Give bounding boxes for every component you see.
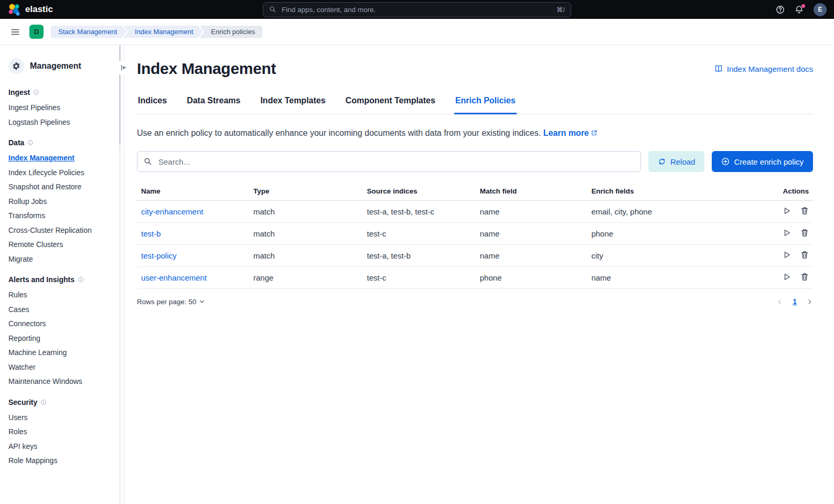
chevron-left-icon xyxy=(776,298,783,305)
plus-in-circle-icon xyxy=(721,157,730,166)
chevron-right-icon xyxy=(806,298,813,305)
play-icon xyxy=(783,251,791,259)
table-footer: Rows per page: 50 1 xyxy=(137,297,813,306)
notifications-button[interactable] xyxy=(795,5,804,14)
policy-type: match xyxy=(249,201,363,223)
sidebar-item-connectors[interactable]: Connectors xyxy=(0,317,124,331)
refresh-icon xyxy=(658,157,666,166)
policy-source-indices: test-a, test-b xyxy=(363,245,476,267)
column-header-type: Type xyxy=(249,186,363,201)
global-search-input[interactable] xyxy=(281,5,552,14)
sidebar-title: Management xyxy=(30,61,81,71)
trash-icon xyxy=(800,273,809,281)
elastic-home-link[interactable]: elastic xyxy=(7,3,53,16)
breadcrumb-bar: D Stack Management Index Management Enri… xyxy=(0,19,834,45)
search-shortcut-hint: ⌘/ xyxy=(557,6,565,14)
sidebar-item-users[interactable]: Users xyxy=(0,411,124,425)
sidebar-item-rollup-jobs[interactable]: Rollup Jobs xyxy=(0,195,124,209)
space-avatar[interactable]: D xyxy=(29,25,44,39)
create-enrich-policy-button[interactable]: Create enrich policy xyxy=(712,151,813,172)
policy-match-field: name xyxy=(476,201,587,223)
user-avatar[interactable]: E xyxy=(814,3,827,16)
policy-name-link[interactable]: city-enhancement xyxy=(141,207,203,216)
learn-more-link[interactable]: Learn more xyxy=(543,128,589,137)
sidebar-item-transforms[interactable]: Transforms xyxy=(0,209,124,223)
column-header-enrich-fields: Enrich fields xyxy=(587,186,767,201)
tab-indices[interactable]: Indices xyxy=(137,95,168,114)
sidebar-item-remote-clusters[interactable]: Remote Clusters xyxy=(0,238,124,252)
menu-button[interactable] xyxy=(8,25,22,39)
info-icon xyxy=(40,399,47,405)
sidebar-item-index-management[interactable]: Index Management xyxy=(0,151,124,166)
info-icon xyxy=(78,276,84,283)
policy-source-indices: test-c xyxy=(363,223,476,245)
page-number-1[interactable]: 1 xyxy=(793,297,797,306)
sidebar-item-logstash-pipelines[interactable]: Logstash Pipelines xyxy=(0,115,124,130)
breadcrumb-enrich-policies: Enrich policies xyxy=(199,26,262,38)
play-icon xyxy=(783,207,791,215)
sidebar-item-api-keys[interactable]: API keys xyxy=(0,439,124,454)
delete-policy-button[interactable] xyxy=(800,229,809,239)
execute-policy-button[interactable] xyxy=(783,207,791,217)
index-management-docs-link[interactable]: Index Management docs xyxy=(714,65,813,73)
policy-type: match xyxy=(249,223,363,245)
policy-search-input[interactable] xyxy=(137,151,641,172)
sidebar-item-cases[interactable]: Cases xyxy=(0,303,124,317)
management-sidebar: Management Ingest Ingest Pipelines Logst… xyxy=(0,45,124,504)
sidebar-item-rules[interactable]: Rules xyxy=(0,288,124,303)
policy-name-link[interactable]: test-policy xyxy=(141,251,177,260)
sidebar-item-reporting[interactable]: Reporting xyxy=(0,331,124,346)
delete-policy-button[interactable] xyxy=(800,251,809,261)
reload-button[interactable]: Reload xyxy=(648,151,705,172)
delete-policy-button[interactable] xyxy=(800,207,809,217)
policy-name-link[interactable]: user-enhancement xyxy=(141,273,207,282)
help-icon xyxy=(776,5,785,14)
sidebar-section-ingest: Ingest Ingest Pipelines Logstash Pipelin… xyxy=(0,88,124,130)
table-row: city-enhancement match test-a, test-b, t… xyxy=(137,201,813,223)
sidebar-item-ingest-pipelines[interactable]: Ingest Pipelines xyxy=(0,101,124,115)
policy-match-field: name xyxy=(476,245,587,267)
info-icon xyxy=(33,89,39,95)
breadcrumb-index-management[interactable]: Index Management xyxy=(123,26,202,38)
policy-match-field: name xyxy=(476,223,587,245)
sidebar-item-migrate[interactable]: Migrate xyxy=(0,252,124,267)
trash-icon xyxy=(800,229,809,237)
policy-enrich-fields: phone xyxy=(587,223,767,245)
sidebar-item-watcher[interactable]: Watcher xyxy=(0,360,124,375)
search-icon xyxy=(269,6,276,13)
sidebar-header: Management xyxy=(0,45,124,79)
sidebar-item-index-lifecycle-policies[interactable]: Index Lifecycle Policies xyxy=(0,166,124,180)
sidebar-scrollbar[interactable] xyxy=(119,45,121,504)
rows-per-page-button[interactable]: Rows per page: 50 xyxy=(137,298,205,306)
sidebar-item-cross-cluster-replication[interactable]: Cross-Cluster Replication xyxy=(0,223,124,238)
sidebar-heading-ingest: Ingest xyxy=(8,88,30,96)
breadcrumb-stack-management[interactable]: Stack Management xyxy=(51,26,126,38)
sidebar-item-roles[interactable]: Roles xyxy=(0,425,124,439)
delete-policy-button[interactable] xyxy=(800,273,809,283)
tab-data-streams[interactable]: Data Streams xyxy=(186,95,241,114)
trash-icon xyxy=(800,207,809,215)
global-search-bar[interactable]: ⌘/ xyxy=(263,2,571,17)
collapse-sidebar-button[interactable] xyxy=(117,61,131,74)
sidebar-item-role-mappings[interactable]: Role Mappings xyxy=(0,454,124,468)
docs-icon xyxy=(714,65,723,73)
tab-index-templates[interactable]: Index Templates xyxy=(259,95,326,114)
execute-policy-button[interactable] xyxy=(783,229,791,239)
execute-policy-button[interactable] xyxy=(783,251,791,261)
table-controls: Reload Create enrich policy xyxy=(137,151,813,172)
sidebar-item-machine-learning[interactable]: Machine Learning xyxy=(0,346,124,360)
policy-type: match xyxy=(249,245,363,267)
next-page-button[interactable] xyxy=(806,298,813,305)
previous-page-button[interactable] xyxy=(776,298,783,305)
execute-policy-button[interactable] xyxy=(783,273,791,283)
column-header-match-field: Match field xyxy=(476,186,587,201)
tab-component-templates[interactable]: Component Templates xyxy=(345,95,436,114)
sidebar-item-maintenance-windows[interactable]: Maintenance Windows xyxy=(0,374,124,389)
sidebar-item-snapshot-and-restore[interactable]: Snapshot and Restore xyxy=(0,180,124,195)
help-button[interactable] xyxy=(776,5,785,14)
enrich-policies-table: Name Type Source indices Match field Enr… xyxy=(137,186,813,289)
info-icon xyxy=(27,140,34,146)
policy-enrich-fields: name xyxy=(587,267,767,289)
policy-name-link[interactable]: test-b xyxy=(141,229,161,238)
tab-enrich-policies[interactable]: Enrich Policies xyxy=(454,95,517,114)
